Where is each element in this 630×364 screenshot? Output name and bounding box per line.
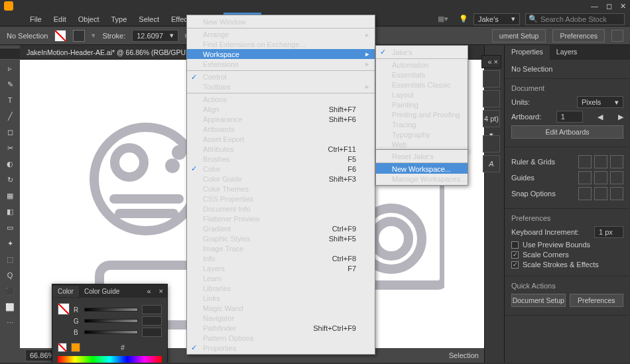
panel-icon-1[interactable] — [483, 70, 500, 88]
menuitem-gradient[interactable]: GradientCtrl+F9 — [187, 223, 375, 233]
guides-lock-icon[interactable] — [594, 171, 607, 184]
color-guide-tab[interactable]: Color Guide — [79, 286, 125, 297]
panel-icon-2[interactable] — [483, 90, 500, 107]
menuitem-image-trace[interactable]: Image Trace — [187, 243, 375, 253]
menuitem-workspace[interactable]: Workspace▸ — [187, 49, 375, 59]
fill-color-swatch[interactable] — [58, 303, 70, 315]
artboard-select[interactable]: 1 — [556, 111, 583, 123]
menuitem-document-info[interactable]: Document Info — [187, 204, 375, 213]
tool-4[interactable]: ╱ — [3, 109, 17, 123]
align-icon[interactable] — [611, 30, 623, 42]
menuitem-find-extensions-on-exchange-[interactable]: Find Extensions on Exchange... — [187, 39, 375, 49]
menuitem-control[interactable]: ✓Control — [187, 70, 375, 82]
workspace-switcher[interactable]: Jake's▾ — [473, 13, 520, 25]
menuitem-printing-and-proofing[interactable]: Printing and Proofing — [376, 109, 468, 119]
scale-corners-checkbox[interactable]: ✓Scale Corners — [511, 251, 623, 259]
tool-12[interactable]: ✦ — [3, 236, 17, 251]
menuitem-tracing[interactable]: Tracing — [376, 119, 468, 129]
tool-3[interactable]: T — [3, 93, 17, 107]
menuitem-artboards[interactable]: Artboards — [187, 124, 375, 134]
menuitem-extensions[interactable]: Extensions▸ — [187, 59, 375, 69]
lightbulb-icon[interactable]: 💡 — [459, 15, 468, 23]
menuitem-asset-export[interactable]: Asset Export — [187, 134, 375, 144]
menuitem-brushes[interactable]: BrushesF5 — [187, 154, 375, 164]
tool-10[interactable]: ◧ — [3, 204, 17, 219]
tool-13[interactable]: ⬚ — [3, 252, 17, 267]
menuitem-properties[interactable]: ✓Properties — [187, 343, 375, 353]
menu-edit[interactable]: Edit — [48, 13, 72, 26]
transparency-grid-icon[interactable] — [610, 155, 623, 168]
menuitem-links[interactable]: Links — [187, 293, 375, 303]
tool-5[interactable]: ◻ — [3, 125, 17, 139]
menuitem-pattern-options[interactable]: Pattern Options — [187, 333, 375, 343]
b-value[interactable] — [142, 328, 162, 337]
menuitem-layout[interactable]: Layout — [376, 90, 468, 99]
panel-icon-4[interactable] — [483, 135, 500, 152]
tool-6[interactable]: ✂ — [3, 141, 17, 155]
last-color-swatch[interactable] — [71, 343, 80, 352]
menuitem-arrange[interactable]: Arrange▸ — [187, 28, 375, 39]
snap-pixel-icon[interactable] — [610, 187, 623, 200]
none-swatch[interactable] — [58, 343, 67, 352]
g-slider[interactable] — [84, 319, 138, 323]
menu-file[interactable]: File — [24, 13, 48, 26]
color-tab[interactable]: Color — [52, 286, 79, 297]
menuitem-new-workspace-[interactable]: New Workspace... — [376, 162, 468, 174]
tool-1[interactable]: ▹ — [3, 61, 17, 76]
menuitem-reset-jake-s[interactable]: Reset Jake's — [376, 151, 468, 161]
menuitem-magic-wand[interactable]: Magic Wand — [187, 303, 375, 313]
snap-point-icon[interactable] — [578, 187, 592, 200]
menuitem-jake-s[interactable]: ✓Jake's — [376, 47, 468, 57]
panel-collapse[interactable]: « × — [481, 55, 501, 68]
edit-artboards-button[interactable]: Edit Artboards — [511, 125, 623, 139]
menuitem-toolbars[interactable]: Toolbars▸ — [187, 82, 375, 91]
menuitem-flattener-preview[interactable]: Flattener Preview — [187, 213, 375, 223]
tool-15[interactable]: ⬛ — [3, 284, 17, 298]
tool-17[interactable]: ⋯ — [3, 316, 17, 330]
menuitem-graphic-styles[interactable]: Graphic StylesShift+F5 — [187, 233, 375, 243]
close-button[interactable]: ✕ — [620, 2, 626, 11]
menuitem-appearance[interactable]: AppearanceShift+F6 — [187, 114, 375, 124]
maximize-button[interactable]: ◻ — [606, 2, 612, 11]
color-spectrum[interactable] — [58, 356, 162, 363]
r-value[interactable] — [142, 305, 162, 314]
menuitem-actions[interactable]: Actions — [187, 93, 375, 104]
menuitem-typography[interactable]: Typography — [376, 129, 468, 139]
menuitem-libraries[interactable]: Libraries — [187, 283, 375, 293]
menuitem-navigator[interactable]: Navigator — [187, 313, 375, 323]
keyboard-increment-input[interactable]: 1 px — [594, 226, 623, 238]
snap-grid-icon[interactable] — [594, 187, 607, 200]
artboard-next[interactable]: ▶ — [618, 113, 623, 121]
menuitem-automation[interactable]: Automation — [376, 58, 468, 70]
tool-7[interactable]: ◐ — [3, 156, 17, 171]
quick-doc-setup-button[interactable]: Document Setup — [511, 294, 566, 307]
menuitem-attributes[interactable]: AttributesCtrl+F11 — [187, 144, 375, 154]
stroke-weight[interactable]: 12.6097▾ — [132, 30, 178, 42]
tool-8[interactable]: ↻ — [3, 172, 17, 187]
scale-strokes-checkbox[interactable]: ✓Scale Strokes & Effects — [511, 261, 623, 269]
tool-14[interactable]: Q — [3, 268, 17, 282]
preferences-button[interactable]: Preferences — [552, 29, 605, 42]
tool-9[interactable]: ▦ — [3, 188, 17, 203]
menuitem-color[interactable]: ✓ColorF6 — [187, 164, 375, 174]
menuitem-align[interactable]: AlignShift+F7 — [187, 104, 375, 114]
menuitem-learn[interactable]: Learn — [187, 273, 375, 283]
menu-type[interactable]: Type — [105, 13, 133, 26]
tool-11[interactable]: ▭ — [3, 220, 17, 235]
r-slider[interactable] — [84, 308, 138, 312]
g-value[interactable] — [142, 316, 162, 326]
tool-2[interactable]: ✎ — [3, 77, 17, 91]
layers-tab[interactable]: Layers — [550, 45, 584, 60]
menuitem-web[interactable]: Web — [376, 139, 468, 149]
panel-close-icon[interactable]: « — [143, 287, 155, 295]
menuitem-layers[interactable]: LayersF7 — [187, 263, 375, 273]
menuitem-css-properties[interactable]: CSS Properties — [187, 194, 375, 204]
menuitem-essentials-classic[interactable]: Essentials Classic — [376, 80, 468, 90]
search-input[interactable]: 🔍Search Adobe Stock — [525, 13, 625, 25]
menu-select[interactable]: Select — [133, 13, 165, 26]
menuitem-info[interactable]: InfoCtrl+F8 — [187, 253, 375, 263]
minimize-button[interactable]: — — [591, 2, 598, 11]
units-select[interactable]: Pixels▾ — [577, 96, 623, 108]
menuitem-pathfinder[interactable]: PathfinderShift+Ctrl+F9 — [187, 323, 375, 333]
panel-close-x[interactable]: × — [155, 287, 167, 295]
